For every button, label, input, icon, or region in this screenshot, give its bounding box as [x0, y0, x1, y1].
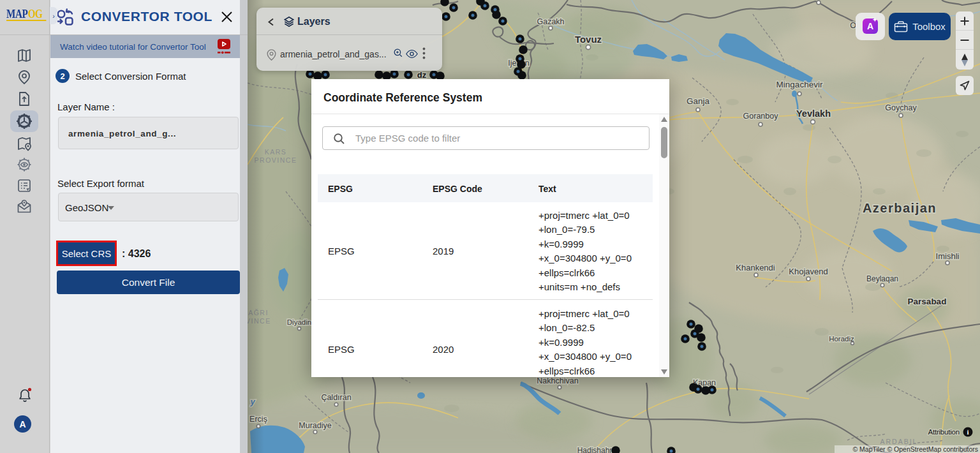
svg-text:Attribution: Attribution: [928, 428, 960, 436]
svg-text:© MapTiler © OpenStreetMap con: © MapTiler © OpenStreetMap contributors: [852, 445, 978, 453]
svg-text:i: i: [967, 428, 969, 436]
